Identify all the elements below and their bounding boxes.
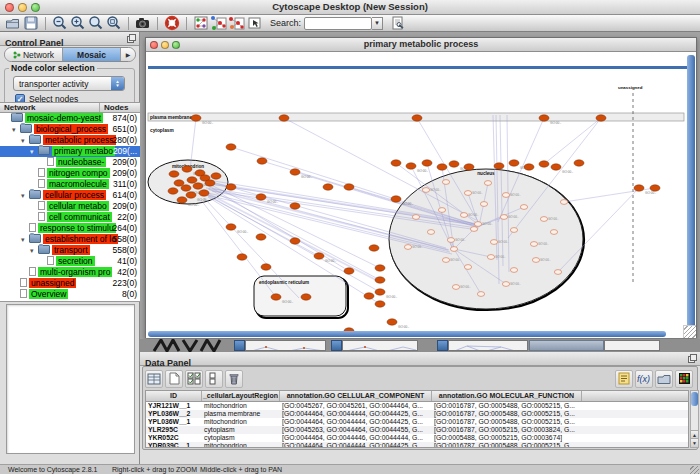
graph-node[interactable]	[460, 213, 467, 218]
resize-grip[interactable]	[683, 325, 696, 338]
background-window[interactable]	[437, 340, 448, 351]
tree-row[interactable]: ▾cellular process614(0)	[0, 190, 140, 201]
graph-node[interactable]	[404, 245, 411, 250]
graph-node[interactable]	[181, 185, 191, 191]
graph-node[interactable]	[193, 183, 203, 189]
matrix-view-button[interactable]	[675, 370, 693, 388]
background-window[interactable]	[342, 340, 418, 351]
graph-node[interactable]	[487, 255, 494, 260]
network-create-icon[interactable]	[210, 15, 228, 31]
graph-node[interactable]	[470, 227, 477, 232]
graph-node[interactable]	[177, 197, 187, 203]
graph-node[interactable]	[364, 293, 374, 299]
column-header[interactable]: annotation.GO CELLULAR_COMPONENT	[280, 391, 432, 401]
zoom-out-icon[interactable]	[51, 15, 69, 31]
tree-row[interactable]: cellular metabo209(0)	[0, 201, 140, 212]
import-attributes-button[interactable]	[655, 370, 673, 388]
table-row[interactable]: YJR121W__1mitochondrion[GO:0045267, GO:0…	[146, 402, 688, 410]
graph-node[interactable]	[450, 247, 457, 252]
graph-node[interactable]	[510, 268, 517, 273]
attribute-list-button[interactable]	[615, 370, 633, 388]
expand-arrow-icon[interactable]: ▾	[21, 135, 29, 146]
graph-node[interactable]	[323, 184, 333, 190]
table-row[interactable]: YDR039C__1mitochondrion[GO:0044464, GO:0…	[146, 442, 688, 448]
tree-row[interactable]: ▾biological_process651(0)	[0, 124, 140, 135]
graph-node[interactable]	[464, 164, 474, 170]
tab-scroll-right-icon[interactable]: ▶	[121, 48, 135, 61]
graph-node[interactable]	[437, 164, 447, 170]
graph-node[interactable]	[502, 282, 509, 287]
graph-node[interactable]	[169, 171, 179, 177]
float-panel-icon[interactable]	[688, 354, 696, 362]
delete-attribute-button[interactable]	[225, 370, 243, 388]
birds-eye-view[interactable]	[6, 304, 135, 454]
table-row[interactable]: YLR295Ccytoplasm[GO:0045263, GO:0044464,…	[146, 426, 688, 434]
graph-node[interactable]	[427, 230, 434, 235]
graph-node[interactable]	[464, 265, 471, 270]
function-builder-button[interactable]: f(x)	[635, 370, 653, 388]
graph-node[interactable]	[560, 200, 567, 205]
graph-node[interactable]	[406, 163, 416, 169]
select-all-attributes-button[interactable]	[185, 370, 203, 388]
graph-node[interactable]	[412, 115, 422, 121]
table-row[interactable]: YKR052Ccytoplasm[GO:0044464, GO:0044446,…	[146, 434, 688, 442]
save-icon[interactable]	[22, 15, 40, 31]
graph-node[interactable]	[211, 173, 221, 179]
graph-edge[interactable]	[204, 198, 299, 298]
graph-node[interactable]	[237, 254, 247, 260]
graph-node[interactable]	[442, 180, 449, 185]
float-panel-icon[interactable]	[127, 34, 135, 42]
graph-node[interactable]	[524, 164, 534, 170]
graph-node[interactable]	[540, 217, 547, 222]
graph-node[interactable]	[530, 242, 537, 247]
table-row[interactable]: YPL036W__2plasma membrane[GO:0044464, GO…	[146, 410, 688, 418]
help-icon[interactable]	[163, 15, 181, 31]
graph-node[interactable]	[442, 258, 449, 263]
tree-row[interactable]: multi-organism pro42(0)	[0, 267, 140, 278]
graph-node[interactable]	[226, 224, 236, 230]
graph-node[interactable]	[174, 180, 184, 186]
expand-arrow-icon[interactable]: ▾	[21, 234, 29, 245]
graph-node[interactable]	[480, 202, 487, 207]
graph-node[interactable]	[226, 184, 236, 190]
graph-node[interactable]	[449, 161, 459, 167]
graph-node[interactable]	[256, 234, 266, 240]
graph-node[interactable]	[391, 196, 401, 202]
expand-arrow-icon[interactable]: ▾	[12, 124, 20, 135]
column-nodes[interactable]: Nodes	[100, 103, 132, 112]
graph-node[interactable]	[301, 294, 311, 300]
graph-node[interactable]	[554, 270, 561, 275]
select-attributes-button[interactable]	[145, 370, 163, 388]
graph-node[interactable]	[369, 245, 379, 251]
network-tree[interactable]: mosaic-demo-yeast874(0)▾biological_proce…	[0, 113, 140, 302]
graph-node[interactable]	[474, 222, 481, 227]
background-window[interactable]	[604, 340, 660, 351]
graph-node[interactable]	[532, 258, 539, 263]
graph-node[interactable]	[422, 188, 429, 193]
network-destroy-icon[interactable]	[228, 15, 246, 31]
scrollbar-thumb[interactable]	[691, 392, 698, 406]
expand-arrow-icon[interactable]: ▾	[30, 146, 38, 157]
graph-edge[interactable]	[208, 196, 319, 256]
snapshot-icon[interactable]	[134, 15, 152, 31]
graph-node[interactable]	[375, 289, 385, 295]
graph-node[interactable]	[279, 115, 289, 121]
table-scrollbar[interactable]: ▲ ▼	[690, 390, 699, 448]
graph-edge[interactable]	[201, 200, 276, 297]
graph-node[interactable]	[256, 194, 266, 200]
select-mode-icon[interactable]	[246, 15, 264, 31]
column-header[interactable]: ID	[146, 391, 202, 401]
tree-row[interactable]: cell communicat22(0)	[0, 212, 140, 223]
grid-network-icon[interactable]	[192, 15, 210, 31]
tree-row[interactable]: macromolecule311(0)	[0, 179, 140, 190]
graph-node[interactable]	[314, 253, 324, 259]
background-window[interactable]	[245, 340, 326, 351]
unselect-all-attributes-button[interactable]	[205, 370, 223, 388]
window-resize-grip[interactable]	[690, 466, 699, 474]
graph-node[interactable]	[634, 185, 644, 191]
column-header[interactable]: annotation.GO MOLECULAR_FUNCTION	[432, 391, 582, 401]
vertical-scrollbar[interactable]	[687, 55, 695, 328]
graph-node[interactable]	[182, 166, 192, 172]
graph-node[interactable]	[520, 205, 527, 210]
tree-row[interactable]: ▾establishment of lo558(0)	[0, 234, 140, 245]
